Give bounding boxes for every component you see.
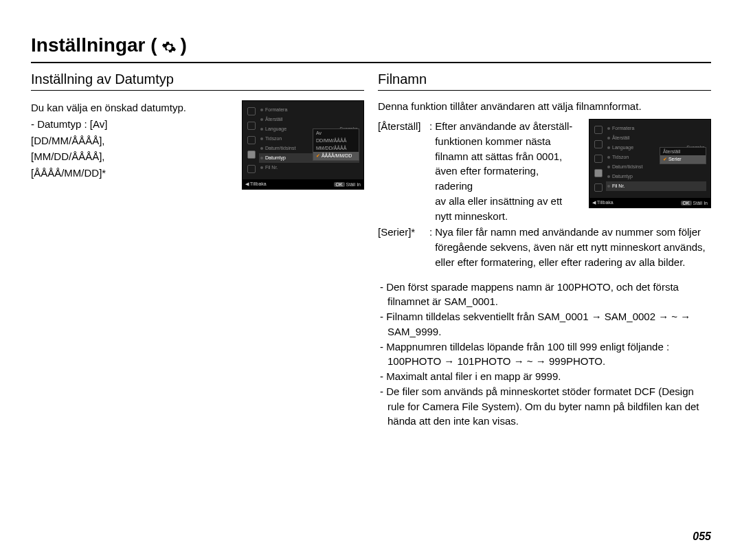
bullet-4: De filer som används på minneskortet stö… [378, 384, 711, 429]
right-def-2: [Serier]* : Nya filer får namn med använ… [378, 225, 711, 269]
right-column: Filnamn Denna funktion tillåter användar… [378, 71, 711, 429]
left-section-title: Inställning av Datumtyp [31, 71, 364, 91]
page-title-suffix: ) [181, 34, 187, 56]
bullet-2: Mappnumren tilldelas löpande från 100 ti… [378, 339, 711, 370]
right-section-title: Filnamn [378, 71, 711, 91]
def-row-0: [Återställ] : Efter användande av återst… [378, 119, 576, 223]
bullet-3: Maximalt antal filer i en mapp är 9999. [378, 369, 711, 384]
gear-icon [161, 38, 177, 53]
page-number: 055 [693, 530, 711, 543]
right-defs: [Återställ] : Efter användande av återst… [378, 119, 576, 225]
def-colon-0: : [429, 119, 432, 223]
left-text-block: Du kan välja en önskad datumtyp. - Datum… [31, 100, 229, 182]
datetype-label: - Datumtyp : [31, 118, 87, 130]
datetype-opt-0: [Av] [90, 118, 108, 130]
bullet-1: Filnamn tilldelas sekventiellt från SAM_… [378, 309, 711, 339]
left-column: Inställning av Datumtyp Du kan välja en … [31, 71, 364, 429]
manual-page: Inställningar ( ) Inställning av Datumty… [0, 0, 742, 560]
datetype-opt-3: [ÅÅÅÅ/MM/DD]* [31, 166, 229, 181]
datetype-opt-2: [MM/DD/ÅÅÅÅ], [31, 149, 229, 164]
right-intro: Denna funktion tillåter användaren att v… [378, 100, 711, 112]
datetype-opt-1: [DD/MM/ÅÅÅÅ], [31, 133, 229, 148]
def-val-0: Efter användande av återställ- funktione… [435, 119, 576, 223]
def-colon-1: : [429, 225, 432, 269]
def-key-0: [Återställ] [378, 119, 429, 223]
def-key-1: [Serier]* [378, 225, 429, 269]
camera-screen-left: FormateraÅterställLanguageSvenskaTidszon… [242, 100, 364, 190]
content-columns: Inställning av Datumtyp Du kan välja en … [31, 71, 711, 429]
def-row-1: [Serier]* : Nya filer får namn med använ… [378, 225, 711, 269]
left-intro: Du kan välja en önskad datumtyp. [31, 100, 229, 115]
camera-screen-right: FormateraÅterställLanguageSvenskaTidszon… [589, 119, 711, 208]
page-title-prefix: Inställningar ( [31, 34, 157, 56]
def-val-1: Nya filer får namn med användande av num… [435, 225, 711, 269]
page-title: Inställningar ( ) [31, 34, 711, 63]
bullet-0: Den först sparade mappens namn är 100PHO… [378, 280, 711, 310]
bullet-list: Den först sparade mappens namn är 100PHO… [378, 280, 711, 429]
